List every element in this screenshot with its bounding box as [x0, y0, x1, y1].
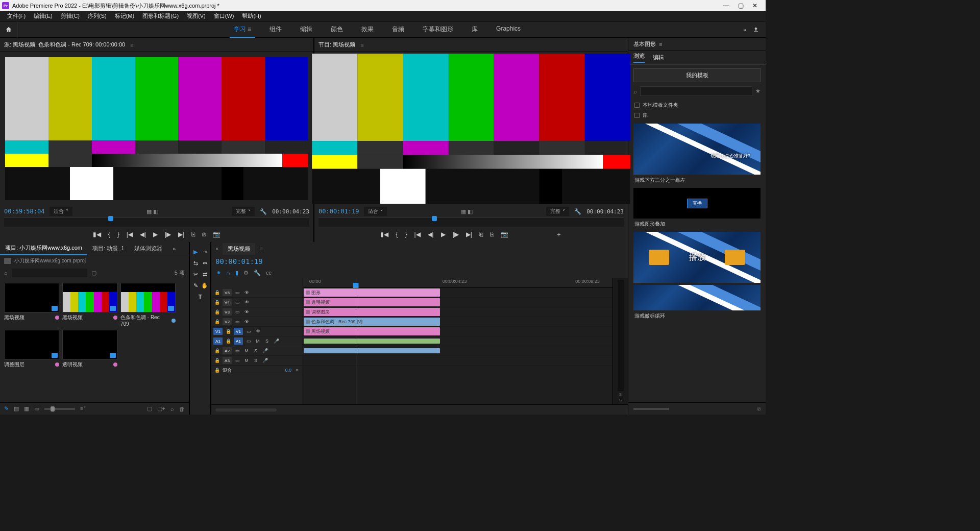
workspace-tab[interactable]: 编辑 [291, 21, 322, 38]
mute-button[interactable]: M [243, 357, 250, 364]
track-header[interactable]: V1🔒V1▭👁 [211, 327, 303, 336]
program-opts-icon[interactable]: ▦ ◧ [461, 208, 473, 215]
track-row[interactable]: 黑场视频 [303, 327, 612, 336]
mark-in-icon[interactable]: ▮◀ [93, 231, 101, 238]
new-bin-icon[interactable]: ▢ [147, 405, 152, 412]
panel-menu-icon[interactable]: ≡ [360, 42, 363, 48]
step-fwd-icon[interactable]: |▶ [165, 231, 171, 238]
mark-out-icon[interactable]: { [108, 231, 110, 238]
eg-import-icon[interactable]: ⎚ [757, 406, 761, 412]
sequence-tab[interactable]: 黑场视频 [223, 243, 255, 255]
track-row[interactable]: 透明视频 [303, 298, 612, 307]
insert-icon[interactable]: ⎘ [191, 231, 195, 238]
my-templates-button[interactable]: 我的模板 [633, 68, 761, 82]
sync-lock-icon[interactable]: ▭ [245, 337, 252, 345]
workspace-tab[interactable]: 颜色 [322, 21, 352, 38]
go-in-icon[interactable]: |◀ [127, 231, 133, 238]
lock-icon[interactable]: 🔒 [213, 367, 220, 374]
menu-item[interactable]: 图形和标题(G) [139, 11, 182, 21]
eye-icon[interactable]: 👁 [243, 308, 250, 316]
track-target[interactable]: A3 [223, 357, 232, 364]
panel-menu-icon[interactable]: ≡ [659, 41, 662, 47]
track-target[interactable]: A2 [223, 347, 232, 354]
new-item-icon[interactable]: ▢+ [157, 405, 165, 412]
play-icon[interactable]: ▶ [441, 231, 446, 238]
track-header[interactable]: 🔒V5▭👁 [211, 288, 303, 298]
eye-icon[interactable]: 👁 [243, 318, 250, 325]
timeline-clip[interactable]: 透明视频 [304, 298, 440, 306]
track-header[interactable]: 🔒A3▭MS🎤 [211, 356, 303, 366]
lock-icon[interactable]: 🔒 [213, 347, 220, 354]
source-video[interactable] [0, 52, 313, 205]
sync-lock-icon[interactable]: ▭ [234, 289, 241, 296]
view-menu-icon[interactable]: ≡˅ [80, 405, 86, 412]
track-row[interactable] [303, 356, 612, 366]
menu-item[interactable]: 标记(M) [112, 11, 138, 21]
share-icon[interactable] [752, 26, 760, 33]
minimize-button[interactable]: ― [723, 2, 730, 9]
export-frame-icon[interactable]: 📷 [213, 231, 220, 238]
menu-item[interactable]: 序列(S) [85, 11, 110, 21]
zoom-slider[interactable] [44, 408, 75, 410]
icon-view-icon[interactable]: ▤ [14, 405, 19, 412]
clip-thumb[interactable]: 黑场视频 [62, 283, 117, 327]
timeline-zoom[interactable] [215, 408, 277, 412]
ripple-tool[interactable]: ⇆ [191, 259, 200, 267]
project-search-input[interactable] [12, 269, 87, 277]
wrench-icon[interactable]: 🔧 [574, 208, 581, 215]
lock-icon[interactable]: 🔒 [213, 308, 220, 316]
program-timecode[interactable]: 00:00:01:19 [318, 208, 359, 215]
mark-clip-icon[interactable]: } [405, 231, 407, 238]
timeline-timecode[interactable]: 00:00:01:19 [215, 257, 263, 266]
voiceover-icon[interactable]: 🎤 [261, 357, 268, 364]
eye-icon[interactable]: 👁 [243, 299, 250, 306]
extract-icon[interactable]: ⎘ [490, 231, 494, 238]
source-fit-select[interactable]: 适合 ˅ [50, 207, 72, 216]
close-button[interactable]: ✕ [751, 2, 758, 9]
go-in-icon[interactable]: |◀ [414, 231, 420, 238]
settings-icon[interactable]: ⚙ [243, 270, 249, 276]
track-target[interactable]: V2 [223, 318, 232, 325]
rolling-tool[interactable]: ⇔ [201, 259, 209, 267]
source-scrubber[interactable] [4, 218, 309, 227]
timeline-clip[interactable] [304, 348, 440, 353]
slip-tool[interactable]: ⇄ [201, 270, 209, 278]
source-mode-select[interactable]: 完整 ˅ [232, 207, 255, 216]
menu-item[interactable]: 窗口(W) [211, 11, 237, 21]
program-mode-select[interactable]: 完整 ˅ [546, 207, 569, 216]
type-tool[interactable]: T [196, 293, 204, 301]
eye-icon[interactable]: 👁 [243, 289, 250, 296]
track-target[interactable]: V4 [223, 299, 232, 306]
sync-lock-icon[interactable]: ▭ [234, 299, 241, 306]
checkbox-local-folder[interactable]: 本地模板文件夹 [628, 100, 766, 110]
project-tab[interactable]: 项目: 动漫_1 [87, 242, 129, 255]
lock-icon[interactable]: 🔒 [213, 299, 220, 306]
panel-menu-icon[interactable]: ≡ [130, 42, 133, 48]
track-row[interactable]: 调整图层 [303, 307, 612, 317]
step-fwd-icon[interactable]: |▶ [453, 231, 459, 238]
clip-thumb[interactable]: 黑场视频 [4, 283, 59, 327]
track-row[interactable] [303, 336, 612, 346]
selection-tool[interactable]: ▶ [191, 248, 200, 256]
solo-button[interactable]: S [263, 337, 271, 345]
razor-tool[interactable]: ✂ [191, 270, 200, 278]
sort-icon[interactable]: ▭ [34, 405, 39, 412]
go-out-icon[interactable]: ▶| [466, 231, 472, 238]
track-header[interactable]: 🔒V3▭👁 [211, 307, 303, 317]
solo-button[interactable]: S [252, 357, 259, 364]
program-fit-select[interactable]: 适合 ˅ [364, 207, 387, 216]
track-header[interactable]: A1🔒A1▭MS🎤 [211, 336, 303, 346]
workspace-tab[interactable]: 字幕和图形 [413, 21, 462, 38]
clip-thumb[interactable]: 透明视频 [62, 330, 117, 368]
timeline-clip[interactable]: 色条和色调 - Rec 709 [V] [304, 318, 440, 326]
timeline-clip[interactable]: 黑场视频 [304, 327, 440, 335]
timeline-clip[interactable]: 调整图层 [304, 308, 440, 316]
template-item[interactable]: 直播游戏图形叠加 [633, 188, 761, 230]
project-tab[interactable]: 媒体浏览器 [129, 242, 167, 255]
menu-item[interactable]: 编辑(E) [31, 11, 56, 21]
clip-thumb[interactable]: 调整图层 [4, 330, 59, 368]
track-target[interactable]: V5 [223, 289, 232, 296]
template-item[interactable]: 游戏徽标循环 [633, 285, 761, 322]
freeform-view-icon[interactable]: ▦ [24, 405, 29, 412]
mark-in-icon[interactable]: ▮◀ [380, 231, 388, 238]
